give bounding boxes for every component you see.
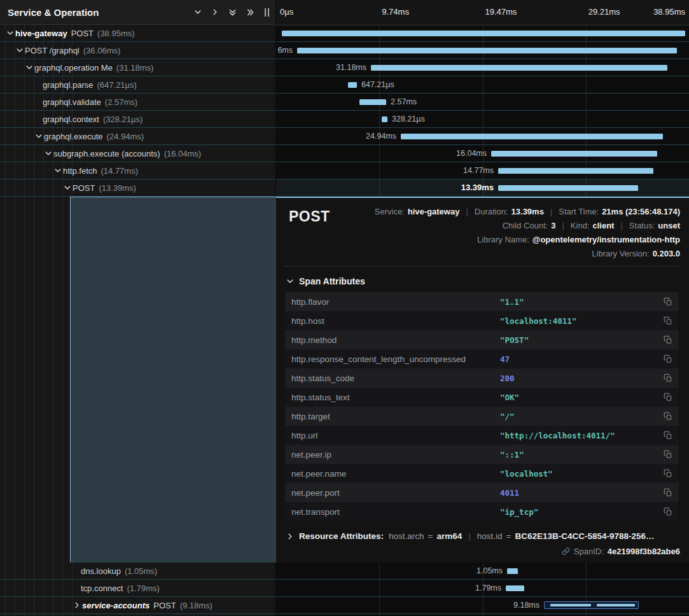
span-bar[interactable] <box>506 585 524 591</box>
attribute-row: net.peer.port4011 <box>285 483 679 502</box>
copy-icon[interactable] <box>657 297 679 306</box>
timeline-row[interactable]: 328.21µs <box>276 111 689 128</box>
span-duration: (1.79ms) <box>127 584 160 593</box>
span-bar[interactable] <box>297 48 677 53</box>
span-bar[interactable] <box>498 168 653 174</box>
meta-value: @opentelemetry/instrumentation-http <box>532 235 680 244</box>
operation-name: graphql.context <box>43 115 99 124</box>
span-bar[interactable] <box>544 601 639 609</box>
copy-icon[interactable] <box>657 412 679 421</box>
attribute-row: http.method"POST" <box>285 330 679 349</box>
span-tree-bottom: dns.lookup(1.05ms)tcp.connect(1.79ms)ser… <box>0 563 275 614</box>
timeline-row[interactable]: 14.77ms <box>276 162 689 179</box>
timeline-row[interactable]: 2.57ms <box>276 94 689 111</box>
span-bar[interactable] <box>282 31 685 36</box>
resource-equals: = <box>428 531 433 541</box>
tree-row[interactable]: tcp.connect(1.79ms) <box>0 580 275 597</box>
link-icon[interactable] <box>562 547 570 556</box>
copy-icon[interactable] <box>657 507 679 516</box>
tree-row[interactable]: graphql.execute(24.94ms) <box>0 128 275 145</box>
tree-row[interactable]: graphql.validate(2.57ms) <box>0 94 275 111</box>
copy-icon[interactable] <box>657 393 679 402</box>
timeline-tick: 9.74ms <box>382 7 409 17</box>
timeline-row[interactable] <box>276 25 689 42</box>
meta-key: Start Time: <box>559 207 599 216</box>
timeline-row[interactable]: 9.18ms <box>276 597 689 614</box>
span-id-footer: SpanID: 4e21998f3b82abe6 <box>284 547 680 556</box>
meta-separator: | <box>466 207 468 216</box>
tree-row[interactable]: dns.lookup(1.05ms) <box>0 563 275 580</box>
operation-name: subgraph.execute (accounts) <box>53 149 160 158</box>
tree-row[interactable]: graphql.parse(647.21µs) <box>0 76 275 94</box>
copy-icon[interactable] <box>657 354 679 363</box>
tree-row[interactable]: http.fetch(14.77ms) <box>0 162 275 179</box>
span-bar[interactable] <box>507 568 518 574</box>
chevron-down-icon[interactable] <box>53 167 63 174</box>
tree-row[interactable]: POST(13.39ms) <box>0 179 275 197</box>
copy-icon[interactable] <box>657 488 679 497</box>
span-bar-segment <box>597 604 635 606</box>
meta-line: Library Version:0.203.0 <box>592 249 680 258</box>
attribute-key: net.peer.port <box>291 488 500 498</box>
tree-row[interactable]: service-accountsPOST(9.18ms) <box>0 597 275 614</box>
timeline-row[interactable]: 16.04ms <box>276 145 689 162</box>
timeline-row[interactable]: 24.94ms <box>276 128 689 145</box>
meta-value: client <box>593 221 615 230</box>
chevron-down-icon[interactable] <box>24 64 34 71</box>
span-detail-header: POST Service:hive-gateway|Duration:13.39… <box>284 204 680 267</box>
tree-row[interactable]: subgraph.execute (accounts)(16.04ms) <box>0 145 275 162</box>
timeline-row[interactable]: 13.39ms <box>276 179 689 197</box>
span-duration: (31.18ms) <box>116 63 154 73</box>
bar-label: 24.94ms <box>276 128 396 144</box>
timeline-tick: 19.47ms <box>485 7 517 17</box>
span-bar[interactable] <box>371 65 667 71</box>
attribute-row: net.transport"ip_tcp" <box>285 502 679 521</box>
collapse-children-icon[interactable] <box>194 8 202 16</box>
chevron-down-icon[interactable] <box>5 29 15 37</box>
tree-row[interactable]: hive-gatewayPOST(38.95ms) <box>0 25 275 42</box>
copy-icon[interactable] <box>657 431 679 440</box>
chevron-down-icon[interactable] <box>43 150 53 157</box>
tree-row[interactable]: graphql.operation Me(31.18ms) <box>0 59 275 76</box>
timeline-row[interactable]: 1.79ms <box>276 580 689 597</box>
tree-row[interactable]: POST /graphql(36.06ms) <box>0 42 275 59</box>
expand-children-icon[interactable] <box>211 8 219 16</box>
copy-icon[interactable] <box>657 316 679 325</box>
resource-attributes-row: Resource Attributes: host.arch=arm64|hos… <box>286 531 680 541</box>
span-attributes-toggle[interactable]: Span Attributes <box>286 276 680 286</box>
attribute-value: 200 <box>500 374 657 383</box>
span-bar[interactable] <box>401 134 663 139</box>
tree-controls <box>194 8 254 17</box>
chevron-down-icon[interactable] <box>34 132 44 140</box>
chevron-down-icon[interactable] <box>15 46 25 54</box>
timeline-rows-top: 6ms31.18ms647.21µs2.57ms328.21µs24.94ms1… <box>276 25 689 197</box>
operation-name: graphql.parse <box>43 80 94 90</box>
span-tree-top: hive-gatewayPOST(38.95ms)POST /graphql(3… <box>0 25 275 197</box>
span-bar[interactable] <box>491 151 657 157</box>
span-bar[interactable] <box>348 82 357 88</box>
copy-icon[interactable] <box>657 335 679 344</box>
expand-all-icon[interactable] <box>246 8 254 17</box>
collapse-all-icon[interactable] <box>228 8 237 17</box>
panel-resize-handle[interactable] <box>265 8 269 17</box>
span-bar[interactable] <box>382 116 387 122</box>
attribute-value: "1.1" <box>500 297 657 307</box>
tree-row[interactable]: graphql.context(328.21µs) <box>0 111 275 128</box>
meta-key: Service: <box>375 207 405 216</box>
operation-name: http.fetch <box>63 166 97 176</box>
timeline-row[interactable]: 647.21µs <box>276 76 689 94</box>
copy-icon[interactable] <box>657 469 679 478</box>
chevron-down-icon[interactable] <box>62 184 73 192</box>
span-bar[interactable] <box>498 185 638 191</box>
timeline-row[interactable]: 1.05ms <box>276 563 689 580</box>
resource-attributes-toggle[interactable]: Resource Attributes: <box>299 531 384 541</box>
meta-line: Library Name:@opentelemetry/instrumentat… <box>477 235 680 244</box>
timeline-row[interactable]: 6ms <box>276 42 689 59</box>
copy-icon[interactable] <box>657 450 679 459</box>
timeline-row[interactable]: 31.18ms <box>276 59 689 76</box>
span-bar[interactable] <box>359 99 386 105</box>
bar-label: 2.57ms <box>391 94 417 110</box>
chevron-right-icon[interactable] <box>72 601 82 609</box>
bar-label: 16.04ms <box>276 145 487 162</box>
copy-icon[interactable] <box>657 374 679 382</box>
